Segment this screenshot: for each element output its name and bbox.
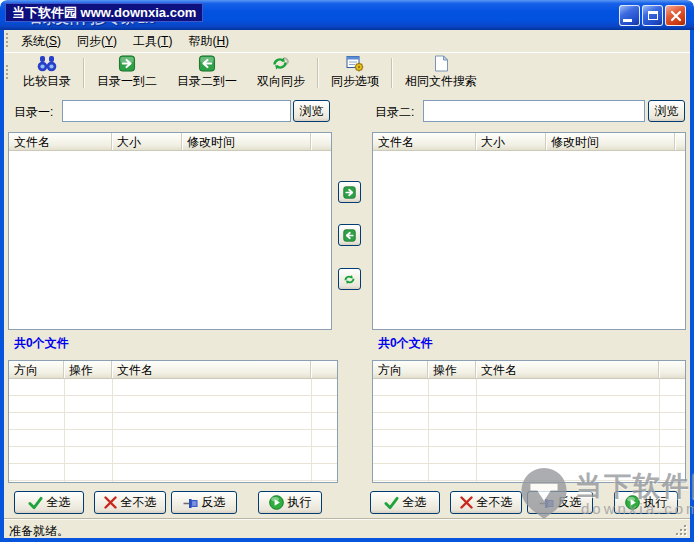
menu-item-S[interactable]: 系统(S): [13, 30, 69, 53]
action-list-body-left[interactable]: [9, 379, 337, 482]
select-none-button-left[interactable]: 全不选: [94, 491, 166, 514]
action-list-body-right[interactable]: [373, 379, 685, 482]
column-header-blank: [659, 361, 685, 378]
menu-item-H[interactable]: 帮助(H): [180, 30, 237, 53]
file-list-header-left: 文件名 大小 修改时间: [9, 133, 331, 151]
toolbar-separator: [83, 58, 85, 88]
copy-left-button[interactable]: [338, 224, 361, 246]
toolbar-bidirectional-button[interactable]: 双向同步: [247, 53, 315, 92]
file-list-panel-left: 文件名 大小 修改时间: [8, 132, 332, 330]
toolbar-bidirectional-label: 双向同步: [257, 73, 305, 90]
toolbar-two-to-one-label: 目录二到一: [177, 73, 237, 90]
select-none-label: 全不选: [121, 494, 157, 511]
pushpin-icon: [183, 496, 198, 510]
column-header-blank: [675, 133, 685, 150]
action-list-header-right: 方向 操作 文件名: [373, 361, 685, 379]
window-border-right: [690, 28, 694, 542]
toolbar-compare-label: 比较目录: [23, 73, 71, 90]
play-icon: [625, 495, 640, 510]
sync-options-icon: [346, 55, 364, 72]
resize-grip[interactable]: [675, 524, 688, 537]
action-buttons-right: 全选 全不选 反选 执行: [364, 491, 690, 515]
document-icon: [433, 55, 449, 72]
action-list-panel-right: 方向 操作 文件名: [372, 360, 686, 483]
execute-button-right[interactable]: 执行: [614, 491, 678, 514]
red-cross-icon: [104, 496, 117, 509]
select-all-button-right[interactable]: 全选: [370, 491, 440, 514]
column-header-blank: [311, 133, 331, 150]
play-icon: [269, 495, 284, 510]
arrow-left-box-icon: [198, 55, 216, 72]
column-header-filename[interactable]: 文件名: [112, 361, 311, 378]
dir1-browse-button[interactable]: 浏览: [293, 100, 330, 122]
copy-right-button[interactable]: [338, 181, 361, 203]
sync-arrows-icon: [343, 273, 357, 286]
column-header-size[interactable]: 大小: [476, 133, 546, 150]
column-header-operation[interactable]: 操作: [428, 361, 476, 378]
titlebar[interactable]: 目录文件同步专家 1.0 当下软件园 www.downxia.com: [0, 0, 694, 30]
red-cross-icon: [460, 496, 473, 509]
column-header-blank: [311, 361, 337, 378]
menu-bar: 系统(S)同步(Y)工具(T)帮助(H): [4, 30, 690, 52]
close-button[interactable]: [665, 5, 686, 26]
execute-label: 执行: [644, 494, 668, 511]
menu-grip-handle[interactable]: [6, 33, 9, 49]
toolbar-same-file-search-button[interactable]: 相同文件搜索: [395, 53, 487, 92]
select-none-label: 全不选: [477, 494, 513, 511]
dir2-input[interactable]: [423, 100, 645, 122]
checkmark-icon: [28, 496, 43, 510]
window-border-left: [0, 28, 4, 542]
sync-both-button[interactable]: [338, 268, 361, 290]
close-icon: [670, 10, 682, 22]
file-list-header-right: 文件名 大小 修改时间: [373, 133, 685, 151]
invert-selection-button-left[interactable]: 反选: [171, 491, 237, 514]
select-all-button-left[interactable]: 全选: [14, 491, 84, 514]
menu-bar-items: 系统(S)同步(Y)工具(T)帮助(H): [13, 30, 237, 53]
select-all-label: 全选: [47, 494, 71, 511]
file-list-body-left[interactable]: [9, 151, 331, 329]
toolbar-separator: [391, 58, 393, 88]
toolbar-same-file-search-label: 相同文件搜索: [405, 73, 477, 90]
select-all-label: 全选: [403, 494, 427, 511]
dir2-browse-button[interactable]: 浏览: [648, 100, 685, 122]
column-header-size[interactable]: 大小: [112, 133, 182, 150]
file-count-right: 共0个文件: [378, 335, 433, 352]
minimize-icon: [623, 19, 632, 22]
toolbar-grip-handle[interactable]: [6, 65, 9, 81]
file-list-panel-right: 文件名 大小 修改时间: [372, 132, 686, 330]
arrow-right-box-icon: [343, 186, 356, 199]
toolbar-compare-button[interactable]: 比较目录: [13, 53, 81, 92]
column-header-operation[interactable]: 操作: [64, 361, 112, 378]
column-header-direction[interactable]: 方向: [373, 361, 428, 378]
action-list-panel-left: 方向 操作 文件名: [8, 360, 338, 483]
pushpin-icon: [539, 496, 554, 510]
file-count-left: 共0个文件: [14, 335, 69, 352]
column-header-filename[interactable]: 文件名: [373, 133, 476, 150]
file-list-body-right[interactable]: [373, 151, 685, 329]
execute-label: 执行: [288, 494, 312, 511]
invert-selection-label: 反选: [558, 494, 582, 511]
sync-arrows-icon: [271, 55, 291, 72]
column-header-direction[interactable]: 方向: [9, 361, 64, 378]
maximize-button[interactable]: [642, 5, 663, 26]
minimize-button[interactable]: [619, 5, 640, 26]
menu-item-T[interactable]: 工具(T): [125, 30, 180, 53]
status-bar: 准备就绪。: [4, 518, 690, 539]
menu-item-Y[interactable]: 同步(Y): [69, 30, 125, 53]
column-header-filename[interactable]: 文件名: [476, 361, 659, 378]
action-list-header-left: 方向 操作 文件名: [9, 361, 337, 379]
toolbar-two-to-one-button[interactable]: 目录二到一: [167, 53, 247, 92]
toolbar-one-to-two-button[interactable]: 目录一到二: [87, 53, 167, 92]
toolbar-options-label: 同步选项: [331, 73, 379, 90]
column-header-modified[interactable]: 修改时间: [182, 133, 311, 150]
invert-selection-label: 反选: [202, 494, 226, 511]
dir2-label: 目录二:: [375, 104, 414, 121]
dir1-input[interactable]: [62, 100, 291, 122]
column-header-modified[interactable]: 修改时间: [546, 133, 675, 150]
checkmark-icon: [384, 496, 399, 510]
toolbar-options-button[interactable]: 同步选项: [321, 53, 389, 92]
select-none-button-right[interactable]: 全不选: [450, 491, 522, 514]
invert-selection-button-right[interactable]: 反选: [527, 491, 593, 514]
execute-button-left[interactable]: 执行: [258, 491, 322, 514]
column-header-filename[interactable]: 文件名: [9, 133, 112, 150]
